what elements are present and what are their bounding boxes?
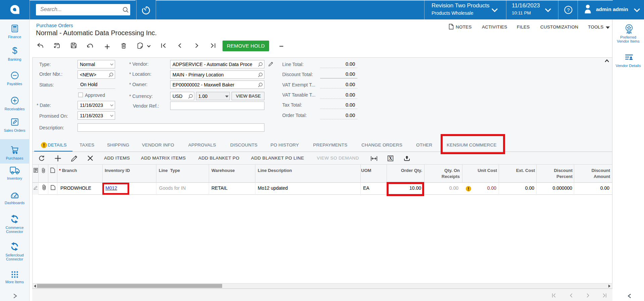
- svg-text:$: $: [12, 46, 17, 55]
- svg-text:?: ?: [567, 7, 569, 13]
- svg-text:X: X: [389, 156, 392, 161]
